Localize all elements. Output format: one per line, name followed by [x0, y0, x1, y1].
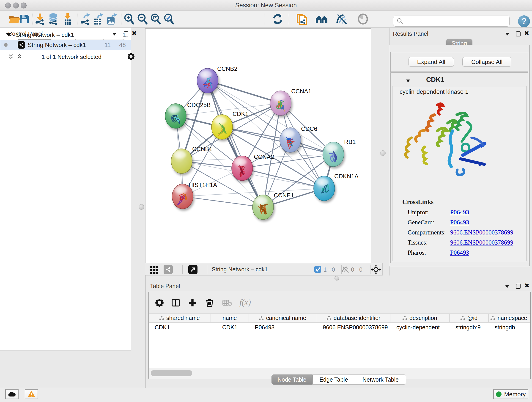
zoom-in-button[interactable] — [123, 13, 135, 26]
cell-name: CDK1 — [211, 322, 249, 332]
network-node-CCNE1[interactable]: CCNE1 — [253, 192, 294, 220]
results-panel-float-icon[interactable] — [516, 32, 520, 36]
import-network-from-database-button[interactable] — [47, 13, 60, 26]
function-builder-icon: f(x) — [239, 298, 251, 307]
table-row[interactable]: CDK1 CDK1 P06493 9606.ENSP00000378699 cy… — [149, 322, 530, 332]
export-network-icon — [79, 13, 91, 25]
left-splitter-handle[interactable] — [139, 204, 144, 210]
results-buttons-box: Expand All Collapse All — [390, 52, 528, 72]
zoom-selected-button[interactable] — [162, 13, 175, 26]
network-selection-row: 1 of 1 Network selected — [6, 52, 137, 61]
warnings-button[interactable] — [25, 389, 38, 399]
network-collection-row[interactable]: String Network – cdk1 1 — [0, 30, 131, 40]
export-network-button[interactable] — [79, 13, 91, 26]
network-node-CDC6[interactable]: CDC6 — [280, 125, 317, 153]
network-view-toolbar: String Network – cdk1 1 - 0 0 - 0 — [145, 263, 383, 275]
network-options-gear-icon[interactable] — [127, 53, 135, 60]
node-table-container: f(x) shared name name canonical name dat… — [148, 292, 531, 379]
toolbar-separator — [207, 265, 207, 274]
search-box[interactable] — [393, 16, 510, 27]
document-share-icon — [296, 13, 307, 25]
network-share-button[interactable] — [164, 265, 173, 274]
network-node-CDKN1A[interactable]: CDKN1A — [314, 173, 359, 201]
zoom-out-button[interactable] — [136, 13, 149, 26]
column-header-shared-name[interactable]: shared name — [149, 314, 211, 322]
fit-content-crosshair-icon[interactable] — [371, 265, 381, 274]
column-header-at-id[interactable]: @id — [450, 314, 489, 322]
crosslink-tissues-link[interactable]: 9606.ENSP00000378699 — [450, 239, 513, 246]
table-panel-close-icon[interactable]: ✖ — [524, 283, 530, 288]
show-all-button[interactable] — [356, 13, 369, 26]
column-header-database-identifier[interactable]: database identifier — [317, 314, 390, 322]
tab-network-table[interactable]: Network Table — [355, 375, 406, 385]
tab-node-table[interactable]: Node Table — [272, 375, 312, 385]
clone-network-button[interactable] — [295, 13, 308, 26]
refresh-icon — [272, 13, 283, 25]
first-neighbors-button[interactable] — [315, 13, 328, 26]
import-table-button[interactable] — [61, 13, 74, 26]
network-canvas[interactable]: CCNB2CCNA1CDC25BCDK1CDC6RB1CCNB1CCNA2CDK… — [145, 28, 371, 263]
application-window: Session: New Session — [0, 0, 532, 402]
expand-all-button[interactable]: Expand All — [409, 57, 454, 67]
open-in-window-button[interactable] — [188, 265, 197, 274]
memory-button[interactable]: Memory — [493, 389, 528, 399]
export-image-button[interactable] — [105, 13, 118, 26]
column-header-namespace[interactable]: namespace — [489, 314, 529, 322]
crosslink-pharos-link[interactable]: P06493 — [450, 249, 469, 256]
collection-label: String Network – cdk1 — [16, 32, 74, 38]
collection-disclosure-icon[interactable] — [6, 33, 11, 36]
network-graph: CCNB2CCNA1CDC25BCDK1CDC6RB1CCNB1CCNA2CDK… — [146, 29, 371, 263]
collapse-all-button[interactable]: Collapse All — [462, 57, 511, 67]
show-columns-icon[interactable] — [171, 298, 180, 307]
tab-edge-table[interactable]: Edge Table — [312, 375, 355, 385]
export-table-button[interactable] — [92, 13, 105, 26]
results-panel-menu-icon[interactable] — [505, 33, 509, 36]
gene-disclosure-icon[interactable] — [406, 80, 410, 82]
crosslink-label: Pharos: — [408, 249, 426, 256]
network-node-RB1[interactable]: RB1 — [323, 138, 356, 167]
column-type-icon — [327, 316, 331, 320]
column-header-description[interactable]: description — [390, 314, 450, 322]
save-session-button[interactable] — [18, 13, 31, 26]
table-panel-menu-icon[interactable] — [505, 285, 509, 288]
network-node-CCNB1[interactable]: CCNB1 — [171, 146, 212, 173]
horizontal-splitter-handle[interactable] — [335, 276, 339, 281]
zoom-fit-button[interactable] — [149, 13, 162, 26]
table-panel-float-icon[interactable] — [516, 284, 520, 289]
crosslink-label: Uniprot: — [408, 209, 429, 216]
crosslink-uniprot-link[interactable]: P06493 — [450, 209, 469, 216]
create-column-plus-icon[interactable] — [188, 298, 197, 307]
table-tabs: Node TableEdge TableNetwork Table — [272, 375, 406, 385]
crosslink-compartments-link[interactable]: 9606.ENSP00000378699 — [450, 229, 513, 236]
network-node-HIST1H1A[interactable]: HIST1H1A — [172, 182, 217, 209]
network-node-CCNA1[interactable]: CCNA1 — [270, 88, 311, 115]
share-icon — [165, 267, 171, 272]
cloud-status-button[interactable] — [5, 389, 19, 399]
hide-selected-button[interactable] — [335, 13, 348, 26]
network-node-CCNA2[interactable]: CCNA2 — [232, 153, 274, 181]
network-node-CDC25B[interactable]: CDC25B — [165, 102, 211, 128]
column-header-name[interactable]: name — [211, 314, 249, 322]
search-input[interactable] — [406, 18, 505, 25]
column-header-canonical-name[interactable]: canonical name — [249, 314, 317, 322]
crosslink-genecard-link[interactable]: P06493 — [450, 219, 469, 226]
cell-shared-name: CDK1 — [149, 322, 211, 332]
right-splitter-handle[interactable] — [380, 150, 386, 156]
import-network-button[interactable] — [33, 13, 46, 26]
network-row-selected[interactable]: String Network – cdk1 11 48 — [0, 40, 131, 50]
toolbar-separator — [182, 265, 183, 274]
right-splitter[interactable] — [371, 28, 389, 275]
birds-eye-view-button[interactable] — [149, 265, 158, 274]
network-edge — [208, 81, 281, 103]
network-node-CCNB2[interactable]: CCNB2 — [197, 65, 237, 93]
refresh-button[interactable] — [271, 13, 284, 26]
delete-column-trash-icon[interactable] — [206, 298, 214, 307]
import-network-icon — [34, 13, 46, 25]
selected-checkbox-icon[interactable] — [314, 266, 321, 273]
left-splitter[interactable] — [138, 28, 146, 388]
table-scrollbar-thumb[interactable] — [151, 370, 192, 376]
control-panel-close-icon[interactable]: ✖ — [132, 31, 137, 36]
table-options-gear-icon[interactable] — [155, 298, 164, 307]
results-panel-close-icon[interactable]: ✖ — [524, 31, 530, 36]
help-button[interactable]: ? — [518, 15, 530, 27]
